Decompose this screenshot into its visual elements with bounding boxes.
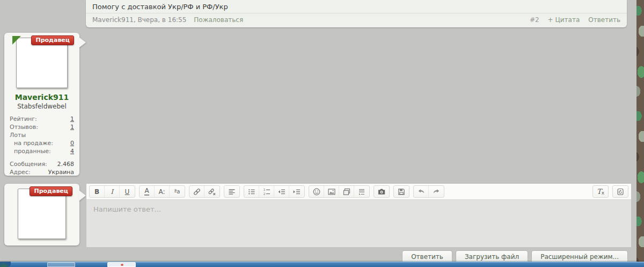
stat-label: Адрес: (10, 168, 31, 176)
online-indicator-icon (12, 36, 21, 45)
camera-group (374, 185, 390, 198)
link-group (189, 185, 220, 198)
underline-button[interactable]: U (120, 186, 135, 197)
list-group: 12 (244, 185, 305, 198)
font-family-icon: ªa (174, 189, 180, 194)
stat-value-link[interactable]: 4 (70, 147, 74, 155)
format-group: B I U (89, 185, 135, 198)
stat-row-on-sale: на продаже: 0 (10, 139, 74, 147)
stat-value-link[interactable]: 1 (70, 123, 74, 131)
stat-value: 2.468 (57, 160, 75, 168)
member-card: Продавец Maverick911 Stabsfeldwebel Рейт… (4, 33, 79, 176)
bullet-list-button[interactable] (244, 186, 259, 197)
bold-icon: B (94, 188, 99, 196)
align-icon (228, 187, 236, 196)
unlink-icon (208, 187, 216, 196)
user-title: Stabsfeldwebel (4, 103, 79, 110)
insert-block-button[interactable] (354, 186, 369, 197)
card-tail (79, 190, 86, 201)
stat-label: Сообщения: (10, 160, 47, 168)
seller-badge: Продавец (31, 35, 74, 45)
avatar[interactable] (16, 38, 68, 88)
editor-placeholder: Напишите ответ... (93, 205, 161, 213)
reply-button[interactable]: Ответить (402, 250, 452, 262)
reply-editor: B I U A A: ªa (86, 183, 632, 248)
author-link[interactable]: Maverick911 (92, 16, 134, 24)
stat-value: Украина (48, 168, 74, 176)
member-card-reply: Продавец (4, 184, 79, 246)
save-draft-button[interactable] (394, 186, 409, 197)
taskbar-button[interactable] (107, 262, 136, 267)
save-group (393, 185, 409, 198)
avatar[interactable] (18, 189, 66, 239)
stat-value-link[interactable]: 0 (70, 139, 74, 147)
upload-file-button[interactable]: Загрузить файл (456, 250, 528, 262)
numbered-list-icon: 12 (262, 187, 271, 196)
post-byline: Maverick911, Вчера, в 16:55 Пожаловаться… (86, 13, 627, 27)
image-icon (327, 187, 336, 196)
redo-button[interactable] (429, 186, 444, 197)
editor-toolbar: B I U A A: ªa (86, 184, 631, 200)
stat-row-address: Адрес: Украина (10, 168, 74, 176)
align-button[interactable] (224, 186, 239, 197)
stat-value-link[interactable]: 1 (70, 115, 74, 123)
italic-icon: I (111, 188, 113, 196)
avatar-image (18, 39, 66, 86)
undo-button[interactable] (414, 186, 429, 197)
unlink-button[interactable] (204, 186, 219, 197)
stat-row-feedback: Отзывов: 1 (10, 123, 74, 131)
remove-format-group: Tx (592, 185, 609, 198)
stat-row-rating: Рейтинг: 1 (10, 115, 74, 123)
stat-label: Лоты (10, 131, 26, 139)
outdent-icon (277, 187, 286, 196)
media-icon (342, 187, 351, 196)
reply-textarea[interactable]: Напишите ответ... (86, 200, 631, 248)
forum-page: Помогу с доставкой Укр/РФ и РФ/Укр Maver… (0, 0, 636, 262)
italic-button[interactable]: I (105, 186, 120, 197)
stat-label: Отзывов: (10, 123, 38, 131)
remove-format-button[interactable]: Tx (593, 186, 608, 197)
seller-badge: Продавец (30, 186, 72, 196)
reply-link[interactable]: Ответить (588, 16, 620, 24)
font-size-button[interactable]: A: (155, 186, 170, 197)
advanced-mode-button[interactable]: Расширенный режим... (531, 250, 628, 262)
post-title: Помогу с доставкой Укр/РФ и РФ/Укр (86, 0, 627, 13)
undo-icon (417, 187, 426, 196)
remove-format-icon: T (597, 187, 602, 196)
member-stats: Рейтинг: 1 Отзывов: 1 Лоты на продаже: 0… (4, 115, 79, 176)
bold-button[interactable]: B (90, 186, 105, 197)
text-color-button[interactable]: A (140, 186, 155, 197)
history-group (413, 185, 444, 198)
post-number-link[interactable]: #2 (530, 16, 539, 24)
card-tail (79, 37, 86, 48)
link-icon (193, 187, 201, 196)
numbered-list-button[interactable]: 12 (259, 186, 274, 197)
save-draft-icon (397, 187, 406, 196)
post-timestamp: , Вчера, в 16:55 (134, 16, 186, 24)
media-button[interactable] (339, 186, 354, 197)
post-header: Помогу с доставкой Укр/РФ и РФ/Укр Maver… (86, 0, 627, 27)
image-button[interactable] (324, 186, 339, 197)
smiley-button[interactable] (309, 186, 324, 197)
avatar-image (19, 190, 64, 237)
bullet-list-icon (247, 187, 256, 196)
outdent-button[interactable] (274, 186, 289, 197)
font-family-button[interactable]: ªa (170, 186, 185, 197)
link-button[interactable] (189, 186, 204, 197)
underline-icon: U (125, 188, 130, 196)
source-mode-button[interactable] (613, 186, 628, 197)
report-link[interactable]: Пожаловаться (194, 16, 243, 24)
reply-actions: Ответить Загрузить файл Расширенный режи… (402, 250, 628, 262)
camera-button[interactable] (374, 186, 389, 197)
taskbar-button[interactable] (47, 262, 75, 267)
quote-link[interactable]: + Цитата (548, 16, 580, 24)
camera-icon (377, 187, 386, 196)
start-button[interactable] (0, 262, 11, 267)
svg-text:2: 2 (263, 191, 265, 195)
taskbar[interactable] (0, 262, 644, 267)
smiley-icon (312, 187, 321, 196)
indent-button[interactable] (289, 186, 304, 197)
source-mode-icon (616, 187, 625, 196)
align-group (224, 185, 240, 198)
username-link[interactable]: Maverick911 (4, 93, 79, 102)
